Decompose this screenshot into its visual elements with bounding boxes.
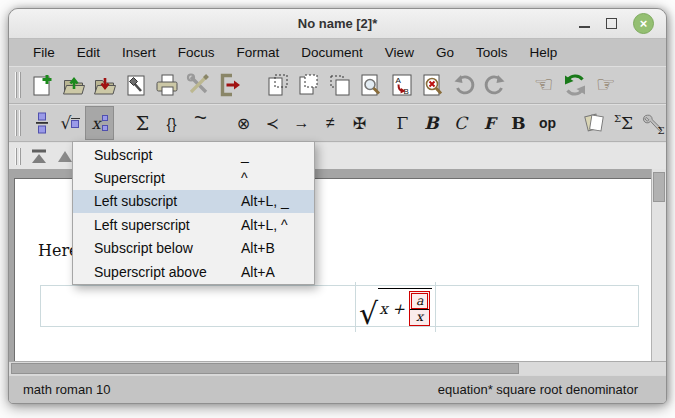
open-folder-icon (61, 72, 87, 98)
hammer-icon (123, 72, 149, 98)
menu-item-subscript-below[interactable]: Subscript below Alt+B (73, 237, 314, 260)
menu-file[interactable]: File (22, 41, 66, 64)
menu-edit[interactable]: Edit (66, 41, 111, 64)
script-button[interactable]: x (85, 106, 114, 140)
maximize-icon[interactable] (606, 18, 617, 29)
bold-button[interactable]: B (417, 106, 446, 140)
copy-button[interactable] (293, 69, 324, 101)
cut-icon (265, 72, 291, 98)
hammer-tool-button[interactable] (120, 69, 151, 101)
preferences-button[interactable] (182, 69, 213, 101)
menu-focus[interactable]: Focus (167, 41, 226, 64)
script-icon: x (91, 114, 107, 133)
paste-icon (327, 72, 353, 98)
undo-icon (451, 72, 477, 98)
find-button[interactable] (355, 69, 386, 101)
close-icon[interactable]: × (633, 13, 654, 34)
undo-button[interactable] (448, 69, 479, 101)
focused-fraction[interactable]: a x (409, 291, 430, 327)
arrow-button[interactable]: → (287, 106, 316, 140)
menu-item-superscript[interactable]: Superscript ^ (73, 166, 314, 189)
blackboard-button[interactable]: B (504, 106, 533, 140)
exit-door-icon (216, 72, 242, 98)
wrench-sigma-icon: Σ (642, 112, 664, 134)
right-arrow-icon: → (294, 114, 310, 132)
script-dropdown-menu: Subscript _ Superscript ^ Left subscript… (72, 141, 315, 285)
spell-check-button[interactable] (417, 69, 448, 101)
vertical-scrollbar[interactable] (651, 169, 666, 361)
titlebar[interactable]: No name [2]* × (9, 9, 666, 39)
prec-icon: ≺ (266, 114, 279, 133)
bold-b-icon: B (424, 113, 438, 133)
misc-symbol-button[interactable]: ✠ (345, 106, 374, 140)
horizontal-scrollbar-thumb[interactable] (11, 363, 519, 374)
accent-button[interactable]: ~ (186, 106, 215, 140)
replace-button[interactable]: AB (386, 69, 417, 101)
brackets-button[interactable]: {} (157, 106, 186, 140)
hand-forward-icon: ☞ (596, 74, 616, 96)
menu-view[interactable]: View (374, 41, 425, 64)
radicand: x + a x (378, 288, 432, 327)
menu-go[interactable]: Go (425, 41, 465, 64)
math-preferences-button[interactable]: Σ (638, 106, 667, 140)
maltese-cross-icon: ✠ (353, 114, 366, 133)
minimize-icon[interactable] (579, 19, 590, 28)
menu-item-superscript-above[interactable]: Superscript above Alt+A (73, 260, 314, 283)
open-file-button[interactable] (58, 69, 89, 101)
go-back-button[interactable]: ☜ (528, 69, 559, 101)
big-operator-button[interactable]: ΣΣ (609, 106, 638, 140)
vertical-scrollbar-thumb[interactable] (653, 172, 665, 202)
exit-button[interactable] (213, 69, 244, 101)
operator-name-button[interactable]: op (533, 106, 562, 140)
menu-help[interactable]: Help (518, 41, 568, 64)
focus-top-button[interactable] (27, 146, 51, 166)
toolbar-grip[interactable] (15, 72, 21, 98)
svg-text:A: A (395, 76, 401, 85)
fraction-button[interactable] (27, 106, 56, 140)
triangle-top-icon (30, 148, 48, 164)
sigma-icon: Σ (621, 113, 633, 133)
hand-back-icon: ☜ (534, 74, 554, 96)
negation-button[interactable]: ≠ (316, 106, 345, 140)
menu-item-left-subscript[interactable]: Left subscript Alt+L, _ (73, 190, 314, 213)
new-document-icon (30, 72, 56, 98)
menu-item-subscript[interactable]: Subscript _ (73, 143, 314, 166)
menubar: File Edit Insert Focus Format Document V… (9, 39, 666, 66)
fraktur-button[interactable]: F (475, 106, 504, 140)
gamma-icon: Γ (397, 113, 409, 133)
toolbar-grip[interactable] (15, 110, 21, 136)
menu-tools[interactable]: Tools (465, 41, 519, 64)
square-root-icon: √ (61, 113, 81, 133)
reload-icon (562, 72, 588, 98)
reload-button[interactable] (559, 69, 590, 101)
save-folder-icon (92, 72, 118, 98)
toolbar-grip[interactable] (15, 148, 21, 165)
op-icon: op (539, 115, 556, 131)
menu-insert[interactable]: Insert (111, 41, 167, 64)
go-forward-button[interactable]: ☞ (590, 69, 621, 101)
papers-icon (583, 111, 606, 135)
print-button[interactable] (151, 69, 182, 101)
square-root-context-box[interactable]: √ x + a x (355, 282, 436, 332)
save-file-button[interactable] (89, 69, 120, 101)
new-document-button[interactable] (27, 69, 58, 101)
calligraphic-button[interactable]: C (446, 106, 475, 140)
relation-button[interactable]: ≺ (258, 106, 287, 140)
square-root-button[interactable]: √ (56, 106, 85, 140)
menu-document[interactable]: Document (290, 41, 374, 64)
horizontal-scrollbar[interactable] (9, 361, 666, 375)
equation-block[interactable]: √ x + a x (40, 285, 639, 327)
greek-letter-button[interactable]: Γ (388, 106, 417, 140)
menu-item-left-superscript[interactable]: Left superscript Alt+L, ^ (73, 213, 314, 236)
menu-format[interactable]: Format (226, 41, 291, 64)
statusbar: math roman 10 equation* square root deno… (9, 375, 666, 403)
letter-styles-button[interactable] (580, 106, 609, 140)
braces-icon: {} (166, 115, 176, 132)
circled-operator-button[interactable]: ⊗ (229, 106, 258, 140)
redo-button[interactable] (479, 69, 510, 101)
big-sum-button[interactable]: Σ (128, 106, 157, 140)
sum-icon: Σ (136, 112, 149, 134)
paste-button[interactable] (324, 69, 355, 101)
cut-button[interactable] (262, 69, 293, 101)
formula: √ x + a x (359, 288, 432, 327)
